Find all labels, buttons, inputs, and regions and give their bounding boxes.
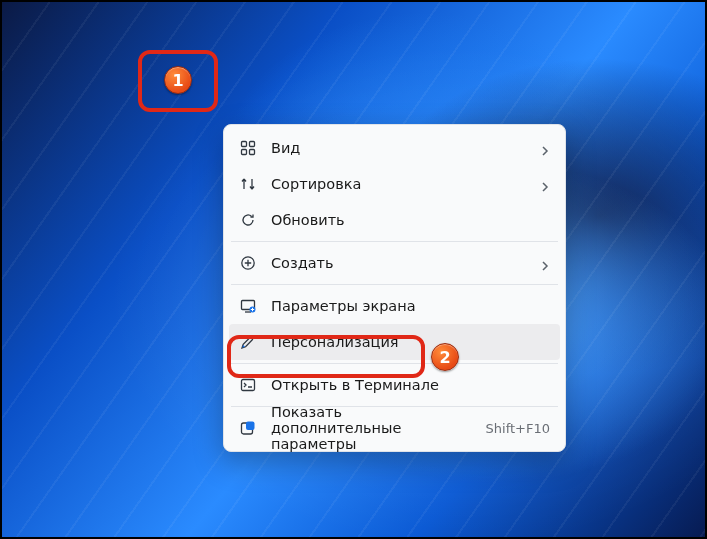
new-icon (239, 254, 257, 272)
menu-item-view[interactable]: Вид (229, 130, 560, 166)
view-icon (239, 139, 257, 157)
menu-label: Параметры экрана (271, 298, 550, 314)
menu-item-personalize[interactable]: Персонализация (229, 324, 560, 360)
menu-label: Сортировка (271, 176, 526, 192)
menu-label: Создать (271, 255, 526, 271)
menu-item-new[interactable]: Создать (229, 245, 560, 281)
desktop-context-menu: Вид Сортировка Обновить Создать (223, 124, 566, 452)
svg-rect-2 (242, 150, 247, 155)
menu-label: Обновить (271, 212, 550, 228)
chevron-right-icon (540, 143, 550, 153)
svg-rect-1 (250, 142, 255, 147)
menu-item-display-settings[interactable]: Параметры экрана (229, 288, 560, 324)
menu-item-sort[interactable]: Сортировка (229, 166, 560, 202)
terminal-icon (239, 376, 257, 394)
svg-rect-0 (242, 142, 247, 147)
svg-rect-9 (246, 422, 255, 431)
menu-label: Персонализация (271, 334, 550, 350)
menu-item-open-terminal[interactable]: Открыть в Терминале (229, 367, 560, 403)
chevron-right-icon (540, 258, 550, 268)
svg-rect-7 (242, 380, 255, 391)
menu-label: Показать дополнительные параметры (271, 404, 472, 452)
sort-icon (239, 175, 257, 193)
display-icon (239, 297, 257, 315)
menu-item-refresh[interactable]: Обновить (229, 202, 560, 238)
menu-label: Открыть в Терминале (271, 377, 550, 393)
menu-item-show-more[interactable]: Показать дополнительные параметры Shift+… (229, 410, 560, 446)
personalize-icon (239, 333, 257, 351)
svg-rect-3 (250, 150, 255, 155)
shortcut-label: Shift+F10 (486, 421, 550, 436)
menu-label: Вид (271, 140, 526, 156)
separator (231, 284, 558, 285)
separator (231, 363, 558, 364)
separator (231, 241, 558, 242)
refresh-icon (239, 211, 257, 229)
more-options-icon (239, 419, 257, 437)
chevron-right-icon (540, 179, 550, 189)
